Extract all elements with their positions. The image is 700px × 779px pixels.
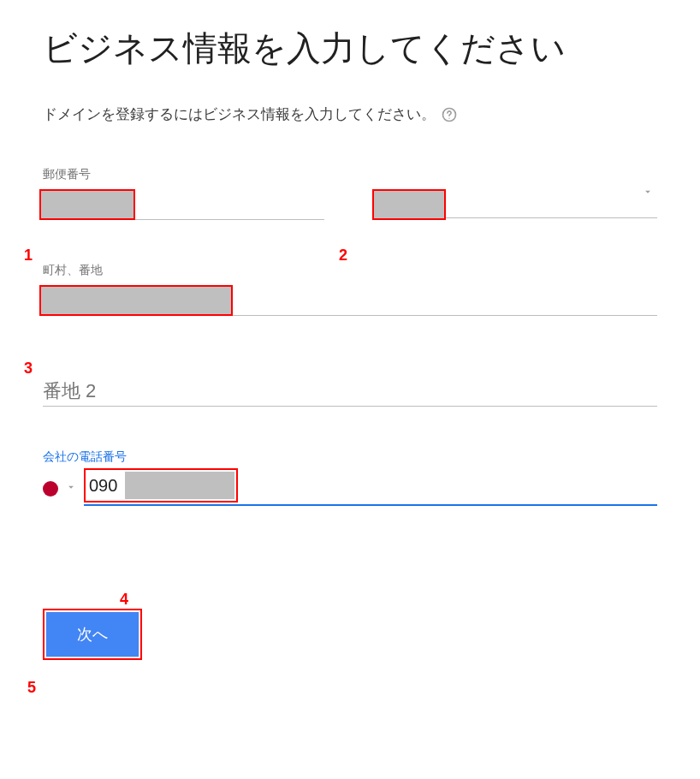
next-button-highlight: 次へ — [43, 609, 142, 660]
redacted-box-2 — [372, 189, 446, 220]
help-icon[interactable] — [441, 106, 458, 123]
postal-code-field: 郵便番号 — [43, 167, 324, 220]
annotation-marker-3: 3 — [24, 360, 33, 378]
phone-field: 会社の電話番号 090 — [43, 449, 657, 506]
redacted-box-4: 090 — [84, 468, 238, 502]
postal-code-label: 郵便番号 — [43, 167, 324, 182]
phone-value-visible: 090 — [86, 476, 117, 496]
annotation-marker-1: 1 — [24, 247, 33, 265]
subtitle-text: ドメインを登録するにはビジネス情報を入力してください。 — [43, 104, 436, 124]
annotation-marker-2: 2 — [339, 247, 347, 265]
phone-label: 会社の電話番号 — [43, 449, 657, 465]
address1-label: 町村、番地 — [43, 263, 657, 278]
annotation-marker-4: 4 — [120, 591, 128, 609]
annotation-marker-5: 5 — [27, 679, 36, 697]
prefecture-field — [376, 167, 657, 220]
chevron-down-icon[interactable] — [65, 481, 77, 497]
japan-flag-icon[interactable] — [43, 481, 58, 497]
address2-input[interactable] — [43, 376, 657, 407]
address2-field — [43, 376, 657, 407]
address1-field: 町村、番地 — [43, 263, 657, 316]
chevron-down-icon[interactable] — [642, 186, 654, 201]
subtitle-row: ドメインを登録するにはビジネス情報を入力してください。 — [43, 104, 657, 124]
redacted-box-1 — [39, 189, 135, 220]
prefecture-label — [376, 167, 657, 181]
redacted-box-3 — [39, 285, 233, 316]
next-button[interactable]: 次へ — [46, 612, 139, 657]
page-title: ビジネス情報を入力してください — [43, 26, 657, 70]
svg-point-1 — [448, 117, 449, 118]
